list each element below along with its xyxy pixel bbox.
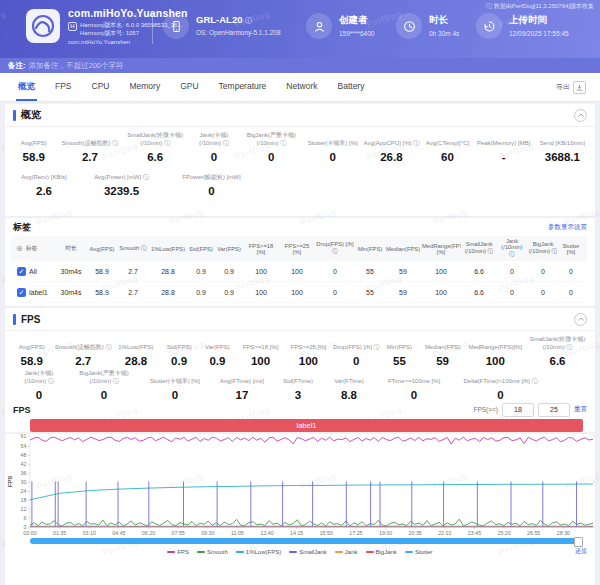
svg-text:54: 54 (21, 443, 27, 449)
table-cell: 6.6 (461, 261, 497, 282)
table-cell: 30m4s (55, 261, 87, 282)
metric-cell: Stutter(卡顿率) [%]0 (304, 133, 361, 163)
svg-text:11:05: 11:05 (231, 530, 244, 536)
remark-placeholder: 添加备注，不超过200个字符 (29, 61, 124, 70)
device-block: GRL-AL20 ⓘ OS: OpenHarmony-5.1.1.208 (163, 13, 281, 39)
svg-text:42: 42 (21, 461, 27, 467)
metric-label: Delta(FTime)>100ms [/h] ⓘ (453, 371, 548, 386)
legend-item-bigjank[interactable]: BigJank (366, 549, 397, 555)
legend-item-fps[interactable]: FPS (167, 549, 189, 555)
metric-cell: Peak(Memory) [MB]- (474, 133, 534, 163)
table-cell: 100 (243, 261, 279, 282)
add-label-icon[interactable]: ⊕ (16, 244, 23, 253)
metric-label: Send [KB/10min] (534, 133, 591, 148)
restore-zoom-link[interactable]: 还原 (575, 547, 587, 556)
legend-marker (197, 551, 205, 553)
row-checkbox[interactable]: ✓ (17, 288, 26, 297)
svg-text:06:20: 06:20 (142, 530, 155, 536)
metric-value: 3 (273, 389, 323, 401)
metric-cell: Min(FPS)55 (380, 337, 418, 367)
tab-temperature[interactable]: Temperature (209, 73, 277, 101)
tab-network[interactable]: Network (276, 73, 327, 101)
metric-cell: Smooth(流畅指数) ⓘ2.7 (55, 337, 112, 367)
tab-fps[interactable]: FPS (45, 73, 82, 101)
svg-text:18: 18 (21, 497, 27, 503)
legend-item-smalljank[interactable]: SmallJank (289, 549, 327, 555)
legend-item-smooth[interactable]: Smooth (197, 549, 228, 555)
metric-cell: BigJank(严重卡顿) (/10min) ⓘ0 (239, 133, 304, 163)
metric-label: Avg(CTemp)[°C] (421, 133, 473, 148)
fps-threshold-low-input[interactable] (502, 403, 534, 417)
remark-bar[interactable]: 备注:添加备注，不超过200个字符 (0, 58, 600, 73)
row-checkbox[interactable]: ✓ (17, 267, 26, 276)
metric-cell: Avg(FPS)58.9 (9, 133, 59, 163)
label-column-header: ⊕标签 (12, 244, 54, 253)
chart-scrollbar[interactable] (30, 538, 583, 544)
tab-battery[interactable]: Battery (328, 73, 375, 101)
chart-label-marker[interactable]: label1 (30, 419, 583, 432)
fps-threshold-high-input[interactable] (538, 403, 570, 417)
device-info-icon[interactable]: ⓘ (245, 17, 252, 24)
table-cell: 55 (355, 282, 385, 303)
svg-text:22:10: 22:10 (438, 530, 451, 536)
column-header: Smooth ⓘ (117, 236, 149, 261)
table-cell: 58.9 (87, 282, 117, 303)
table-cell: 0.9 (187, 282, 215, 303)
table-scrollbar[interactable]: ◂ ▸ (9, 305, 591, 306)
legend-item-stutter[interactable]: Stutter (405, 549, 433, 555)
metric-value: 3239.5 (79, 185, 164, 197)
collapse-icon[interactable] (574, 109, 587, 122)
duration-value: 0h 30m 4s (429, 30, 459, 37)
metric-cell: FPower(帧能耗) [mW]0 (164, 167, 259, 197)
legend-marker (167, 551, 175, 553)
table-cell: 6.6 (461, 282, 497, 303)
metric-cell: FPS>=25 [%]100 (284, 337, 332, 367)
metric-label: BigJank(严重卡顿) (/10min) ⓘ (69, 371, 139, 386)
tab-overview[interactable]: 概览 (8, 73, 45, 101)
metric-label: Peak(Memory) [MB] (474, 133, 534, 148)
app-package: com.miHoYo.Yuanshen (68, 39, 188, 45)
metric-label: Stutter(卡顿率) [%] (139, 371, 211, 386)
metric-value: 100 (467, 355, 524, 367)
metric-label: MedRange(FPS)[%] (467, 337, 524, 352)
table-cell: 28.8 (149, 282, 187, 303)
legend-item-1-low-fps-[interactable]: 1%Low(FPS) (236, 549, 281, 555)
table-cell: 0 (315, 282, 355, 303)
scroll-left-icon[interactable]: ◂ (11, 303, 14, 306)
column-header: Jank (/10min) ⓘ (497, 236, 527, 261)
metric-cell: Avg(Power) [mW] ⓘ3239.5 (79, 167, 164, 197)
table-cell: 100 (243, 282, 279, 303)
tab-cpu[interactable]: CPU (82, 73, 120, 101)
metric-value: 100 (284, 355, 332, 367)
fps-title: FPS (21, 314, 40, 325)
table-cell: 100 (279, 282, 315, 303)
creator-value: 159****6400 (339, 30, 374, 37)
metric-value: 0.9 (198, 355, 236, 367)
metric-cell: Var(FPS)0.9 (198, 337, 236, 367)
display-settings-link[interactable]: 参数显示设置 (548, 223, 587, 232)
metric-cell: BigJank(严重卡顿) (/10min) ⓘ0 (69, 371, 139, 401)
legend-item-jank[interactable]: Jank (335, 549, 358, 555)
metric-value: 0 (375, 389, 453, 401)
label-row-all: ✓All30m4s58.92.728.80.90.910010005559100… (11, 261, 587, 282)
tab-memory[interactable]: Memory (119, 73, 170, 101)
metric-label: Avg(FPS) (9, 133, 59, 148)
export-button[interactable]: 导出 (550, 80, 592, 95)
device-name: GRL-AL20 (196, 14, 242, 25)
header-divider (152, 13, 153, 44)
svg-text:15:50: 15:50 (320, 530, 333, 536)
legend-marker (335, 551, 343, 553)
metric-cell: Avg(FTime) [ms]17 (211, 371, 273, 401)
fps-chart[interactable]: 0612182430364248546101200:0001:3503:1004… (5, 432, 595, 538)
column-header: Drop(FPS) [/h] ⓘ (315, 236, 355, 261)
collapse-icon[interactable] (574, 313, 587, 326)
svg-text:03:10: 03:10 (83, 530, 96, 536)
scroll-right-icon[interactable]: ▸ (586, 303, 589, 306)
overview-title: 概览 (21, 108, 41, 122)
metric-value: 0 (453, 389, 548, 401)
column-header: BigJank (/10min) ⓘ (527, 236, 559, 261)
tab-gpu[interactable]: GPU (170, 73, 208, 101)
column-header: Min(FPS) (355, 236, 385, 261)
column-header: Std(FPS) (187, 236, 215, 261)
reset-button[interactable]: 重置 (574, 405, 587, 414)
